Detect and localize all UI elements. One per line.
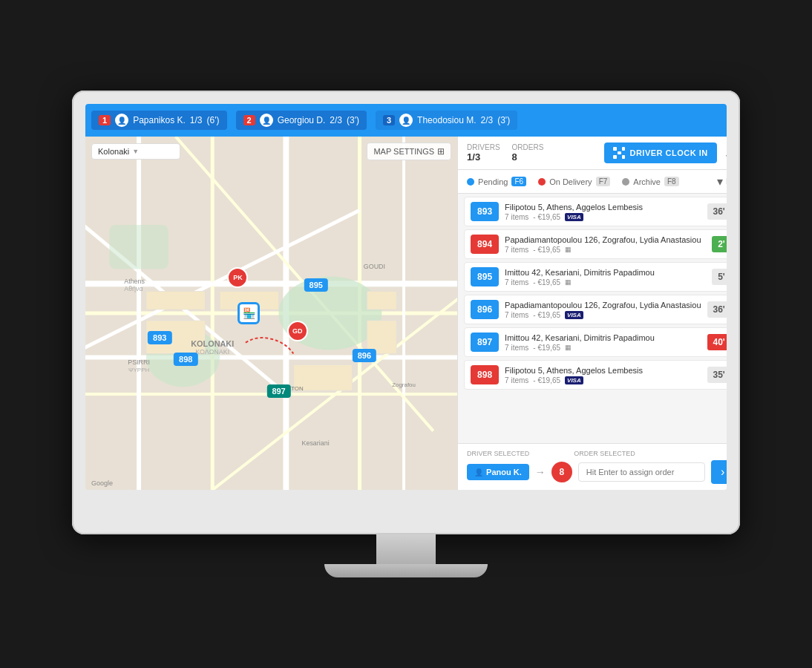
panel-tab-pending[interactable]: Pending F6 — [467, 177, 526, 186]
selected-driver-badge[interactable]: 👤 Panou K. — [467, 464, 529, 480]
map-pin-896[interactable]: 896 — [353, 349, 376, 362]
order-info: Filipotou 5, Athens, Aggelos Lembesis 7 … — [505, 366, 701, 384]
svg-text:Athens: Athens — [124, 278, 145, 285]
screen: 1 👤 Papanikos K. 1/3 (6') 2 👤 Georgiou D… — [85, 104, 727, 490]
order-details: 7 items - €19,65 VISA — [505, 311, 701, 319]
arrow-right-icon: → — [535, 466, 546, 478]
order-panel: DRIVERS 1/3 ORDERS 8 — [457, 137, 727, 490]
order-time: 36' — [707, 301, 727, 318]
orders-label: ORDERS — [512, 143, 544, 151]
driver-marker-GD[interactable]: GD — [287, 321, 308, 341]
map-pin-897[interactable]: 897 — [266, 384, 290, 398]
order-address: Papadiamantopoulou 126, Zografou, Lydia … — [505, 235, 706, 244]
order-selected-label: ORDER SELECTED — [574, 450, 635, 457]
tab-ratio-0: 1/3 — [190, 115, 203, 125]
tab-label-0: Pending — [478, 177, 508, 186]
cash-icon: ▦ — [565, 344, 572, 351]
svg-rect-21 — [367, 291, 396, 310]
panel-tab-on delivery[interactable]: On Delivery F7 — [538, 177, 610, 186]
order-time: 35' — [707, 367, 727, 383]
driver-marker-PK[interactable]: PK — [227, 267, 248, 288]
dropdown-icon: ▼ — [132, 148, 139, 155]
tab-dot-2 — [622, 178, 629, 186]
order-items: 7 items — [505, 376, 528, 384]
tab-icon-2: 👤 — [399, 114, 413, 127]
assign-go-button[interactable]: › — [711, 460, 727, 484]
location-text: Kolonaki — [98, 147, 129, 156]
svg-text:Zografou: Zografou — [392, 382, 416, 388]
order-items: 7 items — [505, 213, 528, 221]
drivers-stat: DRIVERS 1/3 — [467, 143, 500, 163]
order-address: Imittou 42, Kesariani, Dimitris Papadimo… — [505, 268, 706, 277]
collapse-controls: ▾ F9 — [717, 174, 727, 189]
svg-text:ΨΥΡΡΗ: ΨΥΡΡΗ — [128, 367, 149, 373]
selected-order-badge[interactable]: 8 — [551, 462, 572, 482]
clock-in-label: DRIVER CLOCK IN — [629, 148, 707, 157]
app-body: KOLONAKI ΚΟΛΩΝΑΚΙ PSIRRI ΨΥΡΡΗ GOUDI Kes… — [85, 137, 727, 490]
location-input[interactable]: Kolonaki ▼ — [91, 143, 180, 160]
tab-label-2: Archive — [633, 177, 661, 186]
order-time: 5' — [712, 269, 727, 285]
assign-order-input[interactable] — [578, 462, 705, 482]
tab-num-0: 1 — [99, 115, 111, 125]
order-price: - €19,65 — [533, 311, 560, 319]
order-items: 7 items — [505, 278, 528, 286]
expand-button[interactable]: ↗ — [723, 145, 727, 160]
order-price: - €19,65 — [533, 376, 560, 384]
order-row[interactable]: 893 Filipotou 5, Athens, Aggelos Lembesi… — [464, 197, 727, 226]
order-price: - €19,65 — [533, 246, 560, 254]
order-info: Papadiamantopoulou 126, Zografou, Lydia … — [505, 235, 706, 254]
map-settings-button[interactable]: MAP SETTINGS ⊞ — [367, 143, 451, 160]
order-info: Filipotou 5, Athens, Aggelos Lembesis 7 … — [505, 203, 701, 221]
order-address: Imittou 42, Kesariani, Dimitris Papadimo… — [505, 333, 701, 342]
svg-text:PSIRRI: PSIRRI — [128, 358, 150, 366]
cash-icon: ▦ — [565, 246, 572, 253]
store-marker[interactable]: 🏪 — [238, 302, 260, 324]
driver-tab-0[interactable]: 1 👤 Papanikos K. 1/3 (6') — [91, 111, 227, 130]
order-row[interactable]: 895 Imittou 42, Kesariani, Dimitris Papa… — [464, 262, 727, 292]
tab-icon-1: 👤 — [260, 114, 273, 127]
driver-selected-label: DRIVER SELECTED — [467, 450, 529, 457]
order-row[interactable]: 896 Papadiamantopoulou 126, Zografou, Ly… — [464, 295, 727, 324]
order-time: 36' — [707, 203, 727, 220]
visa-icon: VISA — [565, 376, 583, 384]
driver-tab-1[interactable]: 2 👤 Georgiou D. 2/3 (3') — [236, 111, 367, 130]
svg-rect-16 — [109, 225, 168, 269]
tab-extra-0: (6') — [207, 115, 220, 125]
assign-labels: DRIVER SELECTED ORDER SELECTED — [467, 450, 727, 457]
clock-in-button[interactable]: DRIVER CLOCK IN — [604, 143, 716, 163]
order-details: 7 items - €19,65 VISA — [505, 213, 701, 221]
tab-ratio-2: 2/3 — [481, 115, 494, 125]
order-price: - €19,65 — [533, 213, 560, 221]
tab-name-1: Georgiou D. — [278, 115, 326, 125]
tab-name-2: Theodosiou M. — [417, 115, 476, 125]
driver-tab-2[interactable]: 3 👤 Theodosiou M. 2/3 (3') — [376, 111, 517, 130]
order-details: 7 items - €19,65 ▦ — [505, 344, 701, 352]
order-row[interactable]: 897 Imittou 42, Kesariani, Dimitris Papa… — [464, 327, 727, 357]
order-row[interactable]: 898 Filipotou 5, Athens, Aggelos Lembesi… — [464, 360, 727, 390]
map-pin-893[interactable]: 893 — [148, 331, 171, 344]
drivers-label: DRIVERS — [467, 143, 500, 151]
tab-name-0: Papanikos K. — [133, 115, 186, 125]
map-area: KOLONAKI ΚΟΛΩΝΑΚΙ PSIRRI ΨΥΡΡΗ GOUDI Kes… — [85, 137, 457, 490]
tab-key-1: F7 — [596, 177, 611, 186]
map-pin-898[interactable]: 898 — [174, 353, 197, 366]
tab-dot-0 — [467, 178, 474, 186]
panel-tabs: Pending F6 On Delivery F7 Archive F8 ▾ F… — [458, 170, 727, 194]
svg-text:Αθήνα: Αθήνα — [124, 285, 143, 292]
svg-text:KOLONAKI: KOLONAKI — [191, 339, 234, 348]
order-info: Imittou 42, Kesariani, Dimitris Papadimo… — [505, 268, 706, 286]
map-pin-895[interactable]: 895 — [304, 278, 328, 292]
order-time: 2' — [712, 236, 727, 252]
order-details: 7 items - €19,65 ▦ — [505, 246, 706, 254]
chevron-down-icon[interactable]: ▾ — [717, 174, 723, 189]
map-controls: Kolonaki ▼ MAP SETTINGS ⊞ — [91, 143, 451, 160]
panel-tab-archive[interactable]: Archive F8 — [622, 177, 678, 186]
order-id-badge: 898 — [471, 365, 499, 384]
assign-row: 👤 Panou K. → 8 › — [467, 460, 727, 484]
order-items: 7 items — [505, 246, 528, 254]
tab-extra-2: (3') — [497, 115, 510, 125]
tab-num-1: 2 — [243, 115, 255, 125]
order-row[interactable]: 894 Papadiamantopoulou 126, Zografou, Ly… — [464, 229, 727, 259]
panel-header: DRIVERS 1/3 ORDERS 8 — [458, 137, 727, 170]
